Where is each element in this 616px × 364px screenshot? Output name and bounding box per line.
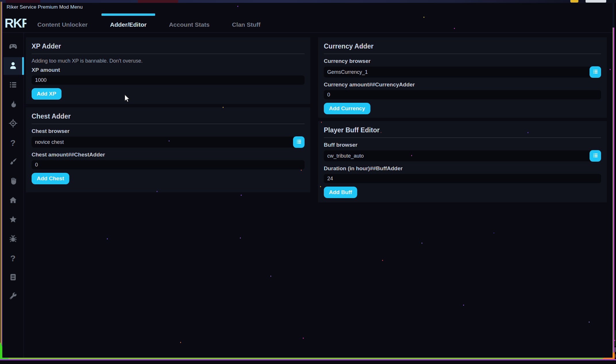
question-icon: ?: [10, 254, 16, 263]
game-artifact: [614, 347, 616, 352]
chest-amount-input[interactable]: [32, 160, 305, 169]
sidebar-item-journal[interactable]: [3, 269, 22, 286]
add-buff-button[interactable]: Add Buff: [324, 187, 357, 198]
question-icon: ?: [10, 139, 16, 147]
logo: RKR: [5, 16, 26, 31]
panel-title: Currency Adder: [324, 42, 601, 50]
buff-duration-input[interactable]: [324, 174, 601, 183]
list-icon: [9, 80, 18, 90]
background-game-left-strip: [0, 2, 2, 364]
divider: [32, 124, 305, 124]
game-artifact: [586, 0, 606, 3]
sidebar-item-flame[interactable]: [3, 96, 22, 113]
buff-browser-input[interactable]: [324, 150, 601, 161]
panel-xp-adder: XP Adder Adding too much XP is bannable.…: [26, 37, 310, 104]
chest-browser-list-button[interactable]: [293, 136, 305, 148]
chest-browser-label: Chest browser: [32, 128, 305, 134]
currency-amount-input[interactable]: [324, 90, 601, 99]
currency-browser-list-button[interactable]: [590, 66, 601, 78]
tab-bar: Content Unlocker Adder/Editor Account St…: [28, 11, 270, 32]
titlebar: Riker Service Premium Mod Menu: [2, 3, 613, 11]
background-game-top-strip: [0, 0, 616, 3]
background-game-right-strip: [614, 3, 616, 364]
window-border-magenta: [613, 28, 614, 364]
mouse-cursor: [123, 94, 132, 104]
bug-icon: [9, 234, 18, 244]
header: RKR Content Unlocker Adder/Editor Accoun…: [2, 11, 613, 33]
sidebar-item-wrench[interactable]: [3, 288, 22, 306]
xp-amount-label: XP amount: [32, 67, 305, 73]
particle-dot: [589, 322, 590, 323]
sidebar-item-help-2[interactable]: ?: [3, 249, 22, 267]
particle-dot: [241, 195, 242, 196]
xp-warning-text: Adding too much XP is bannable. Don't ov…: [32, 58, 305, 64]
particle-dot: [360, 46, 361, 47]
xp-amount-input[interactable]: [32, 75, 305, 85]
panel-currency-adder: Currency Adder Currency browser Currency…: [318, 37, 607, 118]
sidebar-item-gamepad[interactable]: [3, 38, 22, 56]
wrench-icon: [9, 292, 18, 302]
game-artifact: [614, 330, 616, 346]
list-icon: [592, 69, 598, 75]
sidebar-item-home[interactable]: [3, 192, 22, 210]
particle-dot: [237, 6, 238, 7]
game-artifact: [6, 0, 40, 3]
add-xp-button[interactable]: Add XP: [32, 88, 61, 100]
home-icon: [9, 196, 18, 206]
hand-icon: [9, 177, 18, 187]
star-icon: [9, 215, 18, 225]
chest-browser-row: [32, 137, 305, 148]
sidebar-item-target[interactable]: [3, 115, 22, 133]
sidebar-item-bug[interactable]: [3, 230, 22, 248]
tab-content-unlocker[interactable]: Content Unlocker: [28, 11, 97, 32]
journal-icon: [9, 273, 18, 283]
sidebar: ? ?: [2, 33, 24, 358]
currency-browser-input[interactable]: [324, 67, 601, 78]
particle-dot: [463, 305, 464, 306]
currency-browser-label: Currency browser: [324, 58, 601, 64]
user-icon: [9, 61, 18, 71]
particle-dot: [424, 17, 424, 18]
list-icon: [592, 152, 598, 159]
sidebar-item-player[interactable]: [3, 57, 22, 75]
sidebar-item-hand[interactable]: [3, 173, 22, 190]
particle-dot: [320, 186, 321, 187]
list-icon: [296, 139, 302, 146]
particle-dot: [223, 107, 224, 108]
active-sidebar-indicator: [22, 57, 24, 75]
particle-dot: [270, 276, 271, 277]
paintbrush-icon: [9, 157, 18, 167]
particle-dot: [321, 122, 322, 123]
panel-title: XP Adder: [32, 42, 305, 50]
add-chest-button[interactable]: Add Chest: [32, 173, 69, 184]
divider: [32, 54, 305, 54]
tab-account-stats[interactable]: Account Stats: [159, 11, 219, 32]
divider: [324, 138, 601, 138]
mod-menu-window: Riker Service Premium Mod Menu RKR Conte…: [2, 3, 613, 358]
buff-browser-list-button[interactable]: [590, 150, 601, 162]
game-artifact: [570, 0, 578, 3]
background-game-bottom-strip: [0, 358, 616, 364]
currency-amount-label: Currency amount##CurrencyAdder: [324, 82, 601, 88]
particle-dot: [107, 238, 108, 239]
particle-dot: [303, 338, 304, 339]
sidebar-item-paintbrush[interactable]: [3, 153, 22, 171]
particle-dot: [494, 233, 494, 233]
window-border-bottom-purple: [0, 359, 616, 360]
game-artifact: [138, 0, 178, 3]
particle-dot: [301, 170, 302, 171]
gamepad-icon: [9, 42, 18, 52]
add-currency-button[interactable]: Add Currency: [324, 103, 370, 114]
particle-dot: [528, 132, 528, 133]
buff-browser-label: Buff browser: [324, 142, 601, 148]
chest-browser-input[interactable]: [32, 137, 305, 148]
chest-amount-label: Chest amount##ChestAdder: [32, 152, 305, 158]
particle-dot: [614, 340, 615, 341]
sidebar-item-star[interactable]: [3, 211, 22, 229]
sidebar-item-list[interactable]: [3, 76, 22, 94]
tab-clan-stuff[interactable]: Clan Stuff: [222, 11, 270, 32]
particle-dot: [381, 132, 381, 133]
currency-browser-row: [324, 67, 601, 78]
tab-adder-editor[interactable]: Adder/Editor: [100, 11, 156, 32]
sidebar-item-help[interactable]: ?: [3, 134, 22, 152]
